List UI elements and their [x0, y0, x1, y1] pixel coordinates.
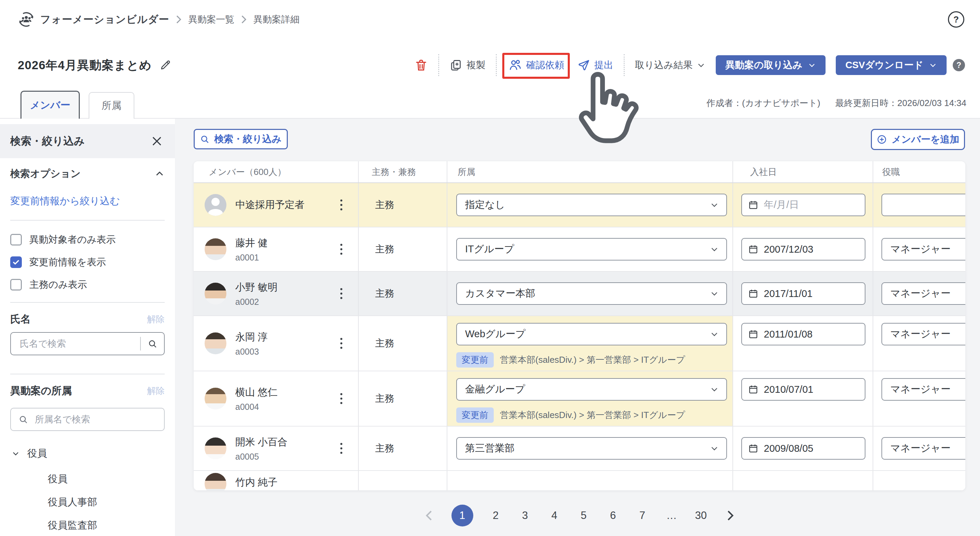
- filter-checkbox[interactable]: 異動対象者のみ表示: [10, 229, 165, 251]
- kebab-menu-icon[interactable]: [337, 196, 345, 213]
- chevron-up-icon[interactable]: [154, 169, 165, 179]
- people-icon: [508, 58, 522, 72]
- checkbox-icon[interactable]: [10, 279, 22, 291]
- pagination-page-30[interactable]: 30: [694, 509, 708, 522]
- chevron-down-icon: [710, 444, 719, 453]
- join-date-value: 年/月/日: [764, 198, 799, 212]
- department-select[interactable]: 金融グループ: [456, 378, 727, 401]
- kebab-menu-icon[interactable]: [337, 390, 345, 407]
- breadcrumb-plan-list[interactable]: 異動案一覧: [188, 13, 234, 25]
- member-code: a0002: [235, 297, 278, 307]
- calendar-icon: [748, 329, 758, 339]
- member-name: 小野 敏明: [235, 281, 278, 294]
- column-header-join-date: 入社日: [732, 161, 873, 183]
- join-date-input[interactable]: 2010/07/01: [741, 378, 865, 401]
- topbar: フォーメーションビルダー 異動案一覧 異動案詳細 ?: [0, 0, 980, 39]
- pagination-page-2[interactable]: 2: [489, 509, 503, 522]
- checkbox-icon[interactable]: [10, 234, 22, 245]
- pagination-page-5[interactable]: 5: [577, 509, 590, 522]
- trash-icon: [414, 58, 428, 72]
- import-plan-button[interactable]: 異動案の取り込み: [716, 55, 826, 75]
- kebab-menu-icon[interactable]: [337, 241, 345, 258]
- previous-value-line: 変更前 営業本部(salesDiv.) > 第一営業部 > ITグループ: [456, 407, 732, 423]
- dept-clear-button[interactable]: 解除: [147, 385, 165, 397]
- chevron-down-icon: [697, 61, 705, 70]
- pagination-page-4[interactable]: 4: [547, 509, 561, 522]
- close-icon[interactable]: [151, 135, 163, 147]
- duplicate-button[interactable]: 複製: [449, 59, 485, 72]
- search-filter-label: 検索・絞り込み: [214, 133, 281, 146]
- join-date-input[interactable]: 2009/08/05: [741, 437, 865, 460]
- tab-members[interactable]: メンバー: [21, 91, 80, 119]
- tab-departments[interactable]: 所属: [89, 92, 134, 119]
- delete-button[interactable]: [414, 58, 428, 72]
- submit-button[interactable]: 提出: [577, 59, 613, 72]
- dept-search-input[interactable]: 所属名で検索: [10, 408, 165, 431]
- divider: [10, 374, 165, 374]
- checkbox-checked-icon[interactable]: [10, 256, 22, 268]
- department-select[interactable]: 指定なし: [456, 194, 727, 216]
- chevron-down-icon: [710, 289, 719, 298]
- tree-node-label: 役員: [27, 447, 47, 460]
- join-date-input[interactable]: 2007/12/03: [741, 238, 865, 261]
- pagination-next-button[interactable]: [724, 510, 737, 521]
- member-code: a0004: [235, 402, 278, 412]
- chevron-down-icon: [710, 330, 719, 339]
- name-clear-button[interactable]: 解除: [147, 313, 165, 325]
- paper-plane-icon: [577, 59, 590, 72]
- divider: [10, 220, 165, 221]
- dept-filter-header: 異動案の所属 解除: [10, 384, 165, 398]
- kebab-menu-icon[interactable]: [337, 335, 345, 352]
- add-member-button[interactable]: メンバーを追加: [871, 129, 965, 150]
- search-options-header[interactable]: 検索オプション: [10, 167, 165, 181]
- position-select[interactable]: マネージャー: [881, 282, 965, 305]
- kebab-menu-icon[interactable]: [337, 285, 345, 302]
- member-code: a0005: [235, 452, 288, 462]
- import-result-menu[interactable]: 取り込み結果: [635, 59, 705, 72]
- csv-download-button[interactable]: CSVダウンロード: [836, 55, 947, 75]
- table-body: 中途採用予定者 主務 指定なし 年/月/日: [194, 183, 965, 490]
- search-filter-button[interactable]: 検索・絞り込み: [194, 129, 288, 150]
- join-date-input[interactable]: 2011/01/08: [741, 323, 865, 345]
- edit-title-icon[interactable]: [159, 59, 172, 71]
- confirm-request-button[interactable]: 確認依頼: [507, 56, 566, 74]
- chevron-down-icon: [710, 200, 719, 209]
- help-icon[interactable]: ?: [953, 59, 965, 71]
- kebab-menu-icon[interactable]: [337, 440, 345, 457]
- tree-node-yakuin[interactable]: 役員: [11, 447, 47, 460]
- member-name: 横山 悠仁: [235, 386, 278, 399]
- join-date-input[interactable]: 2017/11/01: [741, 282, 865, 305]
- pagination-page-1[interactable]: 1: [452, 505, 473, 526]
- previous-badge: 変更前: [456, 352, 494, 367]
- chevron-down-icon[interactable]: [11, 449, 20, 458]
- help-icon[interactable]: ?: [948, 11, 964, 28]
- filter-checkbox[interactable]: 主務のみ表示: [10, 274, 165, 296]
- pagination-page-6[interactable]: 6: [606, 509, 620, 522]
- member-name: 永岡 淳: [235, 331, 268, 344]
- pagination-prev-button[interactable]: [422, 510, 436, 521]
- avatar: [205, 332, 226, 354]
- position-select[interactable]: マネージャー: [881, 323, 965, 345]
- filter-by-previous-link[interactable]: 変更前情報から絞り込む: [10, 194, 120, 208]
- filter-checkbox[interactable]: 変更前情報を表示: [10, 251, 165, 274]
- department-select[interactable]: Webグループ: [456, 323, 727, 345]
- position-select[interactable]: マネージャー: [881, 238, 965, 261]
- name-search-input[interactable]: 氏名で検索: [10, 332, 165, 355]
- department-select[interactable]: 第三営業部: [456, 437, 727, 460]
- chevron-down-icon: [710, 245, 719, 254]
- tree-child-node[interactable]: 役員監査部: [48, 519, 97, 532]
- avatar: [205, 283, 226, 304]
- table-row: 竹内 純子: [194, 471, 965, 490]
- position-select[interactable]: [881, 194, 965, 216]
- department-select[interactable]: ITグループ: [456, 238, 727, 261]
- department-select[interactable]: カスタマー本部: [456, 282, 727, 305]
- position-select[interactable]: マネージャー: [881, 437, 965, 460]
- position-select[interactable]: マネージャー: [881, 378, 965, 401]
- pagination-page-7[interactable]: 7: [636, 509, 649, 522]
- pagination-page-3[interactable]: 3: [518, 509, 532, 522]
- tree-child-node[interactable]: 役員: [48, 472, 67, 486]
- search-icon[interactable]: [148, 339, 157, 348]
- tree-child-node[interactable]: 役員人事部: [48, 495, 97, 509]
- breadcrumb-plan-detail: 異動案詳細: [253, 13, 299, 25]
- join-date-input[interactable]: 年/月/日: [741, 194, 865, 216]
